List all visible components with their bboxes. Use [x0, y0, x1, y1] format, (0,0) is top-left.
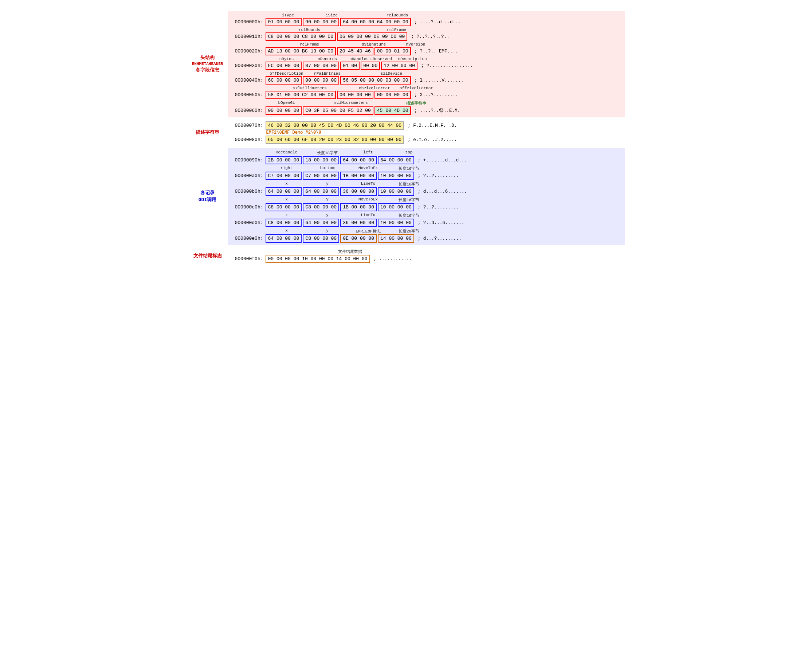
- addr-e0: 000000e0h:: [229, 236, 266, 241]
- cell-nPal: 00 00 00 00: [303, 76, 339, 84]
- labels-row50: szlMillimeters cbPixelFormat offPixelFor…: [229, 86, 623, 90]
- cells-c0: C8 00 00 00 C8 00 00 00 1B 00 00 00 10 0…: [266, 203, 414, 211]
- lbl-emreof: EMR_EOF标志: [348, 229, 389, 234]
- labels-rowd0: x y LineTo 长度16字节: [229, 213, 623, 218]
- labels-rowe0: x y EMR_EOF标志 长度20字节: [229, 229, 623, 234]
- cell-rclBounds00: 64 00 00 00 64 00 00 00: [340, 18, 411, 26]
- hex-row-a0: 000000a0h: C7 00 00 00 C7 00 00 00 1B 00…: [229, 171, 623, 180]
- lbl-rclBounds10: rclBounds: [266, 28, 353, 32]
- ascii-50: ; X...?.........: [415, 93, 458, 98]
- labels-rowc0: x y MoveToEx 长度16字节: [229, 197, 623, 202]
- labels-rowa0: right bottom MoveToEx 长度16字节: [229, 166, 623, 171]
- main-container: 头结构 ENHMETAHEADER 各字段信息 iType iSize rclB…: [188, 11, 625, 267]
- ascii-b0: ; d...d...6.......: [418, 189, 467, 194]
- lbl-nVer: nVersion: [395, 42, 437, 47]
- addr-10: 00000010h:: [229, 34, 266, 39]
- cell-cbPix: 00 00 00 00: [337, 91, 373, 99]
- cell-len16-a0: 10 00 00 00: [378, 171, 414, 180]
- desc-section: 描述字符串 00000070h: 46 00 32 00 00 00 45 00…: [188, 120, 625, 146]
- cell-sReserved: 00 00: [361, 62, 380, 70]
- ascii-60: ; ....?..祭..E.M.: [415, 107, 460, 114]
- records-section: 各记录 GDI调用 Rectangle 长度18字节 left top 0000…: [188, 148, 625, 245]
- cells-80: 65 00 6D 00 6F 00 20 00 23 00 32 00 00 0…: [266, 135, 404, 144]
- cell-moveToEx-a0: 1B 00 00 00: [340, 171, 376, 180]
- addr-30: 00000030h:: [229, 63, 266, 69]
- lbl-szlMm: szlMillimeters: [266, 86, 354, 90]
- cell-x-c0: C8 00 00 00: [266, 203, 302, 211]
- ascii-00: ; ....?..d...d...: [415, 20, 461, 25]
- labels-row00: iType iSize rclBounds: [229, 13, 623, 17]
- labels-rowb0: x y LineTo 长度16字节: [229, 181, 623, 187]
- cell-nVer: 00 00 01 00: [375, 47, 411, 55]
- addr-70: 00000070h:: [229, 123, 266, 128]
- ascii-30: ; ?................: [421, 64, 473, 69]
- cell-y-e0: C8 00 00 00: [303, 234, 339, 243]
- lbl-moveToEx: MoveToEx: [348, 166, 389, 171]
- header-label2: ENHMETAHEADER: [192, 61, 223, 67]
- lbl-right: right: [266, 166, 307, 171]
- lbl-nDesc: nDescription: [392, 57, 434, 61]
- cell-len16-c0: 10 00 00 00: [378, 203, 414, 211]
- cells-90: 2B 00 00 00 18 00 00 00 64 00 00 00 64 0…: [266, 156, 414, 164]
- hex-row-00: 00000000h: 01 00 00 00 90 00 00 00 64 00…: [229, 18, 623, 26]
- lbl-x-e0: x: [266, 229, 307, 234]
- cell-x-b0: 64 00 00 00: [266, 187, 302, 196]
- cell-left: 64 00 00 00: [340, 156, 376, 164]
- cell-rclBounds10: C8 00 00 00 C8 00 00 00: [266, 33, 336, 41]
- cell-lineTo-d0: 36 00 00 00: [340, 219, 376, 227]
- cell-top: 64 00 00 00: [378, 156, 414, 164]
- lbl-descStr60: 描述字符串: [395, 101, 437, 106]
- lbl-rclBounds00: rclBounds: [354, 13, 441, 17]
- lbl-y-b0: y: [307, 181, 348, 187]
- cell-rclFrame10: D6 09 00 00 DE 09 00 00: [337, 33, 407, 41]
- lbl-lineTo-d0: LineTo: [348, 213, 389, 218]
- lbl-moveToEx-c0: MoveToEx: [348, 197, 389, 202]
- lbl-y-d0: y: [307, 213, 348, 218]
- cell-offDesc: 6C 00 00 00: [266, 76, 302, 84]
- labels-row40: offDescription nPalEntries szlDevice: [229, 72, 623, 76]
- ascii-70: ; F.2...E.M.F. .D.: [408, 123, 457, 128]
- addr-60: 00000060h:: [229, 108, 266, 113]
- lbl-len16-d0: 长度16字节: [389, 213, 429, 218]
- cell-iType: 01 00 00 00: [266, 18, 302, 26]
- cells-70: 46 00 32 00 00 00 45 00 4D 00 46 00 20 0…: [266, 121, 404, 130]
- addr-b0: 000000b0h:: [229, 189, 266, 194]
- ascii-d0: ; ?..d...6.......: [418, 221, 465, 226]
- header-content: iType iSize rclBounds 00000000h: 01 00 0…: [228, 11, 625, 117]
- lbl-bottom: bottom: [307, 166, 348, 171]
- cell-nRecords: 07 00 00 00: [303, 62, 339, 70]
- cell-descStr60: 45 00 4D 00: [375, 106, 411, 115]
- cell-bottom: C7 00 00 00: [303, 171, 339, 180]
- lbl-footerData: 文件结尾数据: [266, 249, 434, 254]
- lbl-nPal: nPalEntries: [307, 72, 348, 76]
- cell-y-d0: 64 00 00 00: [303, 219, 339, 227]
- labels-row90: Rectangle 长度18字节 left top: [229, 150, 623, 156]
- lbl-lineTo-b0: LineTo: [348, 181, 389, 187]
- cell-rect: 2B 00 00 00: [266, 156, 302, 164]
- lbl-szlMicro: szlMicrometers: [307, 101, 395, 106]
- lbl-cbPix: cbPixelFormat: [354, 86, 396, 90]
- cell-bOpenGL: 00 00 00 00: [266, 106, 302, 115]
- hex-row-d0: 000000d0h: C8 00 00 00 64 00 00 00 36 00…: [229, 219, 623, 227]
- cells-e0: 64 00 00 00 C8 00 00 00 0E 00 00 00 14 0…: [266, 234, 414, 243]
- lbl-nRecords: nRecords: [307, 57, 348, 61]
- cells-20: AD 13 00 00 BC 13 00 00 20 45 4D 46 00 0…: [266, 47, 411, 55]
- lbl-iSize: iSize: [310, 13, 354, 17]
- footer-content: 文件结尾数据 000000f0h: 00 00 00 00 10 00 00 0…: [228, 248, 625, 265]
- cells-50: 58 01 00 00 C2 00 00 00 00 00 00 00 00 0…: [266, 91, 411, 99]
- cell-len16-d0: 10 00 00 00: [378, 219, 414, 227]
- hex-row-70: 00000070h: 46 00 32 00 00 00 45 00 4D 00…: [229, 121, 623, 130]
- hex-row-10: 00000010h: C8 00 00 00 C8 00 00 00 D6 09…: [229, 33, 623, 41]
- addr-00: 00000000h:: [229, 19, 266, 25]
- footer-label: 文件结尾标志: [188, 248, 228, 265]
- ascii-f0: ; ............: [374, 257, 412, 262]
- cells-a0: C7 00 00 00 C7 00 00 00 1B 00 00 00 10 0…: [266, 171, 414, 180]
- ascii-c0: ; ?..?.........: [418, 205, 459, 210]
- lbl-x-c0: x: [266, 197, 307, 202]
- ascii-e0: ; d...?.........: [418, 236, 462, 241]
- cell-y-b0: 64 00 00 00: [303, 187, 339, 196]
- lbl-rclFrame20: rclFrame: [266, 42, 353, 47]
- lbl-len16-c0: 长度16字节: [389, 197, 429, 202]
- lbl-iType: iType: [266, 13, 310, 17]
- cell-moveToEx-c0: 1B 00 00 00: [340, 203, 376, 211]
